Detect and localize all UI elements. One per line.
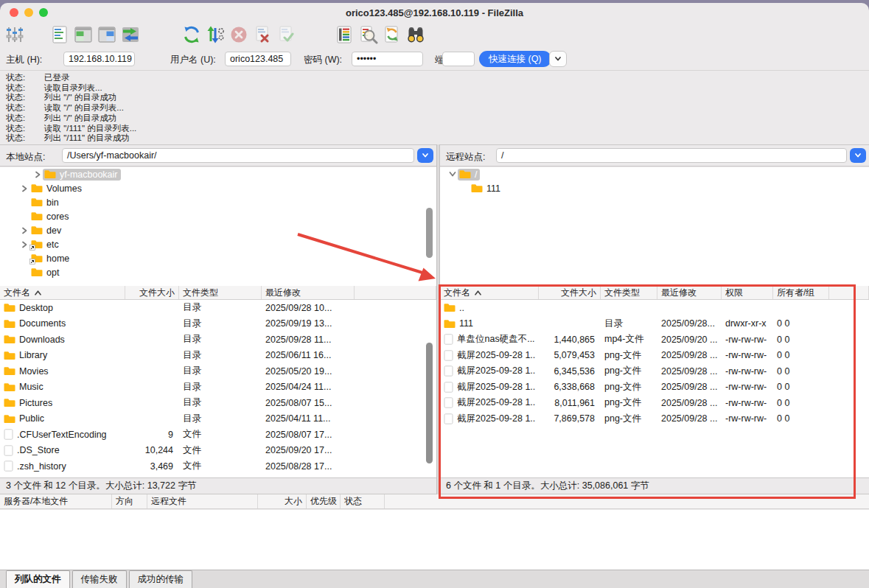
column-header-spacer[interactable] [829,286,869,299]
file-row[interactable]: Library目录2025/06/11 16... [0,348,436,364]
column-header-label: 文件类型 [183,287,218,299]
tree-item-opt[interactable]: opt [0,265,436,279]
tree-item-cores[interactable]: cores [0,209,436,223]
directory-listing-filters-icon[interactable] [335,24,355,45]
process-queue-icon[interactable] [205,24,226,45]
file-row[interactable]: 截屏2025-09-28 1..7,869,578png-文件2025/09/2… [440,411,869,427]
queue-column-header[interactable]: 状态 [341,494,385,508]
column-header-label: 最近修改 [265,287,301,299]
quickconnect-button[interactable]: 快速连接 (Q) [479,51,551,67]
column-header[interactable]: 文件类型 [601,286,657,299]
queue-column-header[interactable]: 服务器/本地文件 [0,494,112,508]
file-row[interactable]: 111目录2025/09/28...drwxr-xr-x0 0 [440,316,869,332]
close-window-button[interactable] [10,8,18,17]
host-input[interactable]: 192.168.10.119 [63,52,135,66]
minimize-window-button[interactable] [24,8,33,17]
remote-site-path-input[interactable]: / [496,148,847,163]
file-row[interactable]: 截屏2025-09-28 1..6,338,668png-文件2025/09/2… [440,379,869,396]
log-line: 状态:读取 "/" 的目录列表... [6,103,869,113]
chevron-right-icon[interactable] [19,227,29,234]
column-header[interactable]: 文件大小 [125,286,179,299]
file-row[interactable]: .DS_Store10,244文件2025/09/20 17... [0,443,436,459]
column-header[interactable]: 最近修改 [262,286,355,299]
column-header[interactable]: 权限 [722,286,773,299]
local-site-path-input[interactable]: /Users/yf-macbookair/ [62,148,414,163]
column-header[interactable]: 所有者/组 [773,286,829,299]
file-row[interactable]: Movies目录2025/05/20 19... [0,363,436,379]
successful-transfers-icon[interactable] [276,24,296,45]
queue-column-header[interactable]: 优先级 [307,494,341,508]
file-name-label: .. [459,303,464,313]
queue-tab[interactable]: 成功的传输 [129,570,193,588]
column-header[interactable]: 文件名 [440,286,539,299]
file-cell-type: png-文件 [601,365,657,377]
remove-from-queue-icon[interactable] [252,24,273,45]
queue-column-header[interactable]: 远程文件 [147,494,258,508]
queue-tab[interactable]: 传输失败 [72,570,127,588]
file-row[interactable]: .zsh_history3,469文件2025/08/28 17... [0,458,436,475]
password-input[interactable]: •••••• [352,52,423,66]
queue-tab[interactable]: 列队的文件 [6,570,70,588]
tree-item-dev[interactable]: dev [0,223,436,237]
column-header[interactable]: 最近修改 [657,286,722,299]
chevron-right-icon[interactable] [19,241,29,248]
file-row[interactable]: .. [440,300,869,316]
file-cell-type: 目录 [179,413,262,425]
file-icon [444,413,453,424]
file-row[interactable]: Public目录2025/04/11 11... [0,411,436,427]
chevron-right-icon[interactable] [32,171,43,178]
port-input[interactable] [442,52,475,66]
refresh-icon[interactable] [181,24,202,45]
file-cell-owner: 0 0 [773,318,829,329]
tree-item-[interactable]: / [440,167,869,181]
file-row[interactable]: Desktop目录2025/09/28 10... [0,300,436,316]
zoom-window-button[interactable] [39,8,48,17]
synchronized-browsing-icon[interactable] [382,24,402,45]
local-tree-scrollbar[interactable] [426,208,433,258]
remote-tree-toggle-icon[interactable] [97,24,117,45]
folder-icon [31,239,43,249]
chevron-down-icon[interactable] [447,171,458,178]
column-header[interactable]: 文件大小 [539,286,601,299]
tree-item-content: home [29,253,72,265]
file-cell-type: 目录 [179,301,262,314]
local-tree-toggle-icon[interactable] [73,24,94,45]
local-list-scrollbar[interactable] [426,343,433,463]
local-site-dropdown-button[interactable] [417,148,433,163]
column-header[interactable]: 文件类型 [179,286,262,299]
file-row[interactable]: 截屏2025-09-28 1..5,079,453png-文件2025/09/2… [440,348,869,364]
find-files-icon[interactable] [405,24,426,45]
file-row[interactable]: 单盘位nas硬盘不...1,440,865mp4-文件2025/09/20 ..… [440,332,869,348]
file-row[interactable]: Downloads目录2025/09/28 11... [0,332,436,348]
chevron-right-icon[interactable] [19,185,29,192]
file-cell-type: 文件 [179,428,262,441]
file-row[interactable]: Music目录2025/04/24 11... [0,379,436,396]
tree-item-yfmacbookair[interactable]: yf-macbookair [0,167,436,181]
file-cell-size: 9 [125,430,179,440]
cancel-operation-icon[interactable] [228,24,249,45]
remote-site-dropdown-button[interactable] [850,148,866,163]
file-icon [444,382,453,393]
tree-item-home[interactable]: home [0,251,436,265]
tree-item-Volumes[interactable]: Volumes [0,181,436,195]
username-input[interactable]: orico123.485 [225,52,291,66]
file-row[interactable]: .CFUserTextEncoding9文件2025/08/07 17... [0,427,436,443]
file-row[interactable]: 截屏2025-09-28 1..6,345,536png-文件2025/09/2… [440,363,869,379]
tree-item-bin[interactable]: bin [0,195,436,209]
tree-item-etc[interactable]: etc [0,237,436,251]
log-status-label: 状态: [6,83,44,94]
file-row[interactable]: 截屏2025-09-28 1..8,011,961png-文件2025/09/2… [440,395,869,411]
queue-column-header[interactable]: 大小 [258,494,307,508]
panel-splitter[interactable] [436,144,440,494]
transfer-queue-toggle-icon[interactable] [120,24,141,45]
queue-column-header[interactable]: 方向 [112,494,147,508]
directory-comparison-icon[interactable] [358,24,379,45]
message-log-toggle-icon[interactable] [49,24,70,45]
tree-item-111[interactable]: 111 [440,181,869,195]
column-header[interactable]: 文件名 [0,286,125,299]
file-row[interactable]: Pictures目录2025/08/07 15... [0,395,436,411]
quickconnect-dropdown-button[interactable] [549,51,567,67]
column-header-spacer[interactable] [355,286,436,299]
site-manager-icon[interactable] [4,24,25,45]
file-row[interactable]: Documents目录2025/09/19 13... [0,316,436,332]
